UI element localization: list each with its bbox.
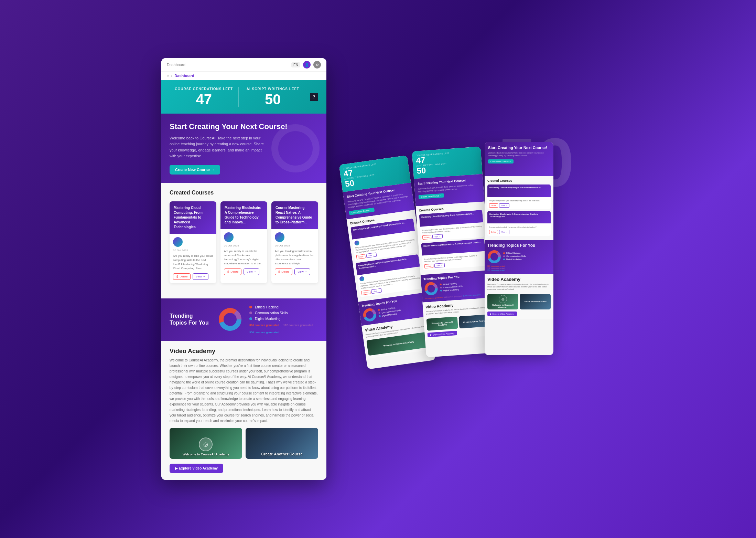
- mini-explore-btn-3[interactable]: ▶ Explore Video Academy: [487, 312, 517, 316]
- course-actions-3: 🗑 Delete View →: [275, 268, 315, 275]
- create-new-course-button[interactable]: Create New Course →: [170, 165, 220, 175]
- mini-topic-label-3-3: Digital Marketing: [506, 258, 522, 260]
- settings-icon[interactable]: ⚙: [313, 61, 321, 68]
- svg-point-7: [489, 252, 499, 262]
- mini-create-btn-3[interactable]: Create New Course →: [488, 159, 514, 163]
- mini-dot-3-2: [503, 255, 505, 257]
- mini-course-body-2b: Are you looking to build cross-platform …: [422, 251, 486, 270]
- mini-course-desc-2: Are you ready to unlock the secrets of B…: [360, 274, 420, 289]
- mini-section-title-3: Created Courses: [487, 179, 551, 182]
- mini-hero-3: Start Creating Your Next Course! Welcome…: [485, 142, 553, 176]
- mini-actions-3b: Delete View →: [489, 230, 549, 234]
- course-generations-label: COURSE GENERATIONS LEFT: [170, 87, 238, 91]
- donut-chart-svg: [218, 307, 242, 331]
- explore-video-academy-button[interactable]: ▶ Explore Video Academy: [170, 464, 223, 473]
- mini-course-header-2b: Course Mastering React Native: A Compreh…: [421, 239, 485, 255]
- course-actions-1: 🗑 Delete View →: [173, 273, 213, 280]
- delete-course-2-button[interactable]: 🗑 Delete: [224, 268, 241, 275]
- course-date-3: 20 Oct 2025: [275, 244, 315, 247]
- trending-right: Ethical Hacking Communication Skills Dig…: [249, 305, 318, 334]
- home-icon[interactable]: ⌂: [167, 74, 169, 78]
- lang-badge[interactable]: EN: [291, 62, 300, 67]
- mini-stats-1: COURSE GENERATIONS LEFT 47 AI SCRIPT WRI…: [339, 155, 411, 192]
- mini-hero-1: Start Creating Your Next Course! Welcome…: [343, 182, 415, 219]
- mini-create-btn[interactable]: Create New Course →: [349, 207, 375, 215]
- view-course-1-button[interactable]: View →: [193, 273, 208, 280]
- mini-view-btn-2[interactable]: View →: [371, 288, 382, 294]
- view-course-3-button[interactable]: View →: [294, 268, 310, 275]
- mini-dot-3: [379, 315, 381, 317]
- mini-video-title-2: Video Academy: [425, 300, 489, 309]
- mini-trending-inner-3: Ethical Hacking Communication Skills Dig…: [487, 250, 551, 264]
- help-button[interactable]: ?: [310, 93, 318, 101]
- svg-point-8: [489, 252, 499, 262]
- view-course-2-button[interactable]: View →: [244, 268, 259, 275]
- mini-video-title-1: Video Academy: [365, 319, 428, 332]
- mini-view-2a[interactable]: View →: [432, 234, 443, 239]
- mini-view-btn-1[interactable]: View →: [366, 252, 377, 258]
- mini-del-2a[interactable]: Delete: [422, 235, 432, 240]
- video-academy-desc: Welcome to CourseAI Academy, the premier…: [170, 358, 318, 424]
- mini-hero-title: Start Creating Your Next Course!: [347, 186, 409, 199]
- topic-ethical-hacking: Ethical Hacking: [249, 305, 318, 309]
- delete-course-3-button[interactable]: 🗑 Delete: [275, 268, 292, 275]
- user-icon[interactable]: 👤: [303, 61, 311, 68]
- svg-point-3: [426, 283, 437, 294]
- course-card-body-3: 20 Oct 2025 Are you looking to build cro…: [271, 229, 318, 278]
- bg-card-3: Start Creating Your Next Course! Welcome…: [485, 142, 553, 355]
- background-number: 50: [498, 128, 574, 197]
- dashboard-label: Dashboard: [167, 63, 185, 67]
- mini-course-2: Mastering Blockchain: A Comprehensive Gu…: [356, 254, 423, 297]
- mini-course-desc-3a: Are you ready to take your cloud computi…: [489, 200, 549, 202]
- mini-dot-2-1: [440, 283, 442, 285]
- mini-thumb-2-1: Welcome to CourseAI Academy: [426, 316, 458, 330]
- mini-dot-3-3: [503, 259, 505, 260]
- course-card-title-1: Mastering Cloud Computing: From Fundamen…: [174, 205, 212, 230]
- course-avatar-1: [173, 237, 183, 247]
- mini-delete-btn-1[interactable]: Delete: [356, 254, 366, 259]
- mini-course-desc-1: Are you ready to take your cloud computi…: [355, 238, 415, 254]
- mini-view-2b[interactable]: View →: [434, 263, 445, 267]
- video-title-overlay-1: Welcome to CourseAI Academy: [173, 453, 239, 456]
- mini-thumb-text-2-2: Create Another Course: [463, 319, 486, 323]
- video-title-overlay-2: Create Another Course: [249, 452, 315, 456]
- mini-del-3b[interactable]: Delete: [489, 230, 498, 234]
- mini-create-btn-2[interactable]: Create New Course →: [419, 193, 444, 199]
- mini-donut-chart-2: [424, 281, 439, 296]
- mini-topic-3-2: Communication Skills: [503, 255, 526, 257]
- course-desc-1: Are you ready to take your cloud computi…: [173, 254, 213, 271]
- delete-course-1-button[interactable]: 🗑 Delete: [173, 273, 191, 280]
- mini-course-title-1: Mastering Cloud Computing: From Fundamen…: [353, 221, 412, 232]
- mini-view-3b[interactable]: View →: [499, 230, 509, 234]
- mini-del-2b[interactable]: Delete: [424, 264, 434, 268]
- video-thumb-create[interactable]: Create Another Course: [246, 428, 318, 459]
- video-thumb-welcome[interactable]: ◎ Welcome to CourseAI Academy: [170, 428, 242, 459]
- mini-section-title-2: Created Courses: [419, 204, 482, 212]
- courses-grid: Mastering Cloud Computing: From Fundamen…: [170, 201, 318, 283]
- mini-topic-label-2-2: Communication Skills: [443, 285, 463, 288]
- course-generations-stat: COURSE GENERATIONS LEFT 47: [170, 87, 239, 107]
- mini-course-1: Mastering Cloud Computing: From Fundamen…: [350, 218, 418, 261]
- mini-trending-title-2: Trending Topics For You: [423, 273, 487, 281]
- mini-delete-btn-2[interactable]: Delete: [361, 289, 371, 295]
- mini-course-title-3a: Mastering Cloud Computing: From Fundamen…: [489, 187, 549, 189]
- mini-topic-label-1: Ethical Hacking: [381, 306, 396, 310]
- mini-explore-btn-2[interactable]: ▶ Explore Video Academy: [428, 330, 457, 337]
- mini-course-body-3a: Are you ready to take your cloud computi…: [487, 197, 551, 209]
- video-logo-1: ◎: [199, 437, 213, 451]
- trending-section: Trending Topics For You Ethical Hacking …: [161, 298, 326, 341]
- mini-trending-1: Trending Topics For You Ethical Hacking: [358, 292, 430, 326]
- course-card-body-2: 20 Oct 2025 Are you ready to unlock the …: [220, 229, 267, 278]
- course-card-title-2: Mastering Blockchain: A Comprehensive Gu…: [225, 205, 263, 225]
- mini-topic-3-3: Digital Marketing: [503, 258, 526, 260]
- course-card-body-1: 20 Oct 2025 Are you ready to take your c…: [170, 234, 216, 283]
- mini-course-desc-3b: Are you ready to unlock the secrets of B…: [489, 226, 549, 229]
- course-card-2: Mastering Blockchain: A Comprehensive Gu…: [220, 201, 267, 283]
- mini-video-desc-1: Welcome to CourseAI Academy, the premier…: [365, 325, 429, 338]
- hero-section: Start Creating Your Next Course! Welcome…: [161, 114, 326, 183]
- mini-hero-desc-2: Welcome back to CourseAI! Take the next …: [418, 183, 480, 193]
- mini-del-3a[interactable]: Delete: [489, 203, 498, 208]
- course-generations-count: 47: [170, 92, 238, 107]
- mini-section-title-1: Created Courses: [350, 213, 413, 225]
- mini-view-3a[interactable]: View →: [499, 203, 509, 208]
